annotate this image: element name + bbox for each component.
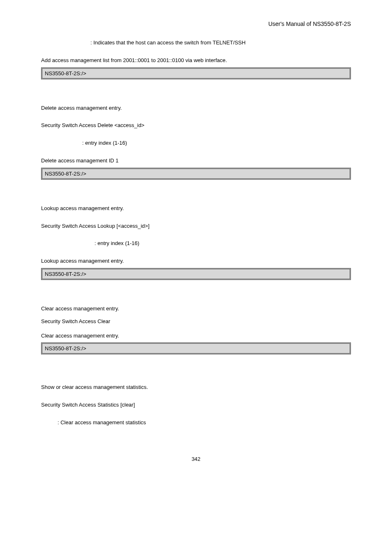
- telnet-note: : Indicates that the host can access the…: [90, 39, 351, 47]
- delete-prompt: NS3550-8T-2S:/>: [45, 171, 86, 177]
- clear-prompt: NS3550-8T-2S:/>: [45, 345, 86, 352]
- clear-syntax: Security Switch Access Clear: [41, 317, 351, 326]
- lookup-command-box: NS3550-8T-2S:/>: [41, 268, 351, 280]
- clear-example-intro: Clear access management entry.: [41, 332, 351, 340]
- stats-param: : Clear access management statistics: [58, 419, 351, 427]
- add-prompt: NS3550-8T-2S:/>: [45, 70, 86, 76]
- delete-syntax: Security Switch Access Delete <access_id…: [41, 121, 351, 130]
- lookup-prompt: NS3550-8T-2S:/>: [45, 271, 86, 277]
- manual-title: User's Manual of NS3550-8T-2S: [268, 21, 351, 27]
- delete-example-intro: Delete access management ID 1: [41, 157, 351, 165]
- manual-header: User's Manual of NS3550-8T-2S: [41, 21, 351, 27]
- delete-desc: Delete access management entry.: [41, 104, 351, 113]
- lookup-param: : entry index (1-16): [95, 239, 351, 248]
- stats-desc: Show or clear access management statisti…: [41, 383, 351, 392]
- lookup-desc: Lookup access management entry.: [41, 204, 351, 213]
- lookup-example-intro: Lookup access management entry.: [41, 257, 351, 266]
- delete-param: : entry index (1-16): [82, 139, 351, 148]
- page-number: 342: [191, 456, 201, 462]
- delete-command-box: NS3550-8T-2S:/>: [41, 168, 351, 180]
- clear-desc: Clear access management entry.: [41, 305, 351, 313]
- page-footer: 342: [41, 456, 351, 462]
- clear-command-box: NS3550-8T-2S:/>: [41, 342, 351, 354]
- add-example-intro: Add access management list from 2001::00…: [41, 56, 351, 65]
- lookup-syntax: Security Switch Access Lookup [<access_i…: [41, 222, 351, 231]
- add-command-box: NS3550-8T-2S:/>: [41, 67, 351, 79]
- stats-syntax: Security Switch Access Statistics [clear…: [41, 401, 351, 409]
